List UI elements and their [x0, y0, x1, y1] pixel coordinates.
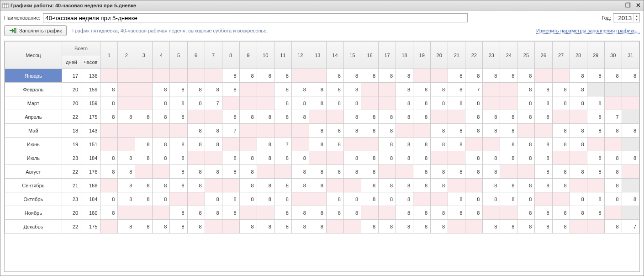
day-cell[interactable]: 8 — [239, 220, 257, 234]
day-cell[interactable]: 8 — [587, 192, 604, 206]
day-cell[interactable]: 8 — [500, 151, 517, 165]
day-cell[interactable] — [187, 151, 205, 165]
day-cell[interactable] — [622, 110, 639, 124]
day-cell[interactable]: 8 — [222, 151, 239, 165]
day-cell[interactable] — [153, 69, 170, 83]
hours-total-cell[interactable]: 136 — [81, 69, 100, 83]
year-down-icon[interactable]: ▼ — [634, 18, 639, 21]
day-cell[interactable] — [135, 83, 153, 96]
day-cell[interactable]: 8 — [517, 179, 535, 192]
day-cell[interactable]: 8 — [465, 206, 483, 220]
day-cell[interactable]: 7 — [222, 124, 239, 138]
day-cell[interactable] — [239, 83, 257, 96]
day-cell[interactable] — [361, 83, 379, 96]
day-cell[interactable]: 8 — [170, 110, 187, 124]
day-cell[interactable]: 8 — [379, 220, 396, 234]
day-cell[interactable]: 8 — [483, 220, 500, 234]
day-cell[interactable]: 8 — [413, 110, 431, 124]
day-cell[interactable]: 8 — [622, 124, 639, 138]
day-cell[interactable]: 8 — [413, 220, 431, 234]
day-cell[interactable]: 8 — [587, 96, 604, 110]
days-total-cell[interactable]: 20 — [62, 96, 81, 110]
day-cell[interactable] — [535, 124, 552, 138]
day-cell[interactable]: 8 — [100, 151, 118, 165]
day-cell[interactable]: 8 — [326, 206, 343, 220]
day-cell[interactable]: 8 — [361, 110, 379, 124]
day-cell[interactable] — [604, 138, 622, 151]
day-cell[interactable] — [431, 192, 448, 206]
day-cell[interactable] — [222, 220, 239, 234]
day-cell[interactable]: 8 — [431, 83, 448, 96]
day-cell[interactable] — [187, 192, 205, 206]
day-cell[interactable]: 8 — [309, 96, 326, 110]
day-cell[interactable]: 7 — [622, 220, 639, 234]
day-cell[interactable]: 8 — [379, 151, 396, 165]
day-cell[interactable]: 8 — [257, 138, 274, 151]
day-cell[interactable]: 8 — [570, 124, 587, 138]
day-cell[interactable]: 8 — [326, 165, 343, 179]
day-header[interactable]: 11 — [274, 42, 291, 69]
day-cell[interactable] — [257, 165, 274, 179]
day-cell[interactable] — [431, 110, 448, 124]
day-cell[interactable]: 8 — [448, 138, 465, 151]
day-cell[interactable]: 8 — [274, 110, 291, 124]
table-row[interactable]: Май18143887888888888888888 — [5, 124, 639, 138]
day-cell[interactable] — [570, 151, 587, 165]
day-cell[interactable] — [118, 83, 135, 96]
day-cell[interactable] — [483, 83, 500, 96]
day-cell[interactable]: 8 — [604, 151, 622, 165]
days-total-cell[interactable]: 19 — [62, 138, 81, 151]
day-cell[interactable]: 8 — [448, 206, 465, 220]
day-cell[interactable] — [257, 83, 274, 96]
day-cell[interactable]: 8 — [465, 96, 483, 110]
day-cell[interactable]: 8 — [604, 124, 622, 138]
day-cell[interactable]: 8 — [291, 151, 309, 165]
fill-schedule-button[interactable]: Заполнить график — [4, 25, 67, 36]
day-cell[interactable]: 8 — [604, 192, 622, 206]
day-cell[interactable]: 8 — [257, 220, 274, 234]
day-cell[interactable]: 8 — [118, 220, 135, 234]
month-cell[interactable]: Январь — [5, 69, 62, 83]
days-total-cell[interactable]: 22 — [62, 165, 81, 179]
day-cell[interactable] — [118, 138, 135, 151]
day-cell[interactable]: 8 — [448, 192, 465, 206]
day-cell[interactable]: 8 — [100, 110, 118, 124]
day-cell[interactable]: 8 — [274, 192, 291, 206]
table-row[interactable]: Июль2318488888888888888888888888 — [5, 151, 639, 165]
name-input[interactable] — [43, 13, 468, 22]
day-cell[interactable] — [222, 138, 239, 151]
day-cell[interactable]: 8 — [379, 179, 396, 192]
day-cell[interactable]: 8 — [570, 83, 587, 96]
day-cell[interactable]: 8 — [291, 165, 309, 179]
day-cell[interactable]: 8 — [622, 151, 639, 165]
day-cell[interactable] — [587, 220, 604, 234]
day-cell[interactable]: 8 — [465, 192, 483, 206]
day-cell[interactable] — [153, 206, 170, 220]
day-cell[interactable]: 8 — [187, 138, 205, 151]
day-cell[interactable]: 8 — [291, 96, 309, 110]
day-cell[interactable]: 8 — [552, 138, 570, 151]
day-cell[interactable]: 8 — [413, 151, 431, 165]
day-cell[interactable]: 8 — [483, 179, 500, 192]
day-cell[interactable]: 8 — [396, 192, 413, 206]
day-cell[interactable] — [604, 83, 622, 96]
day-cell[interactable] — [205, 220, 222, 234]
day-cell[interactable]: 8 — [587, 206, 604, 220]
day-cell[interactable]: 8 — [465, 151, 483, 165]
day-header[interactable]: 9 — [239, 42, 257, 69]
day-cell[interactable]: 8 — [483, 165, 500, 179]
day-cell[interactable]: 8 — [274, 179, 291, 192]
hours-total-cell[interactable]: 175 — [81, 220, 100, 234]
day-cell[interactable]: 8 — [431, 179, 448, 192]
day-cell[interactable]: 8 — [291, 83, 309, 96]
day-header[interactable]: 10 — [257, 42, 274, 69]
day-header[interactable]: 30 — [604, 42, 622, 69]
days-total-cell[interactable]: 20 — [62, 83, 81, 96]
hours-total-cell[interactable]: 184 — [81, 192, 100, 206]
day-cell[interactable]: 8 — [222, 165, 239, 179]
day-cell[interactable] — [500, 206, 517, 220]
day-cell[interactable]: 8 — [604, 69, 622, 83]
day-cell[interactable]: 8 — [239, 69, 257, 83]
day-cell[interactable]: 8 — [135, 110, 153, 124]
day-header[interactable]: 14 — [326, 42, 343, 69]
